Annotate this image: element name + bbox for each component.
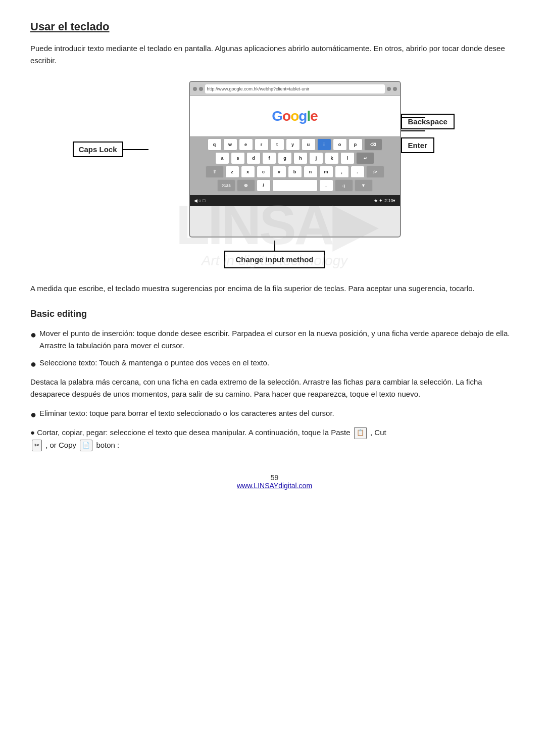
change-input-connector-line [274, 241, 275, 251]
key-x: x [241, 166, 255, 178]
keyboard-row-4: ?123 ⊕ / . :) ▼ [192, 179, 398, 192]
key-emoji: ⊕ [237, 179, 255, 192]
enter-label-box: Enter [401, 137, 434, 153]
key-period2: . [319, 179, 333, 192]
change-input-wrapper: Change input method [224, 241, 324, 268]
key-k: k [325, 152, 339, 164]
footer-url[interactable]: www.LINSAYdigital.com [237, 482, 312, 490]
intro-text: Puede introducir texto mediante el tecla… [30, 42, 519, 67]
basic-editing-title: Basic editing [30, 309, 519, 319]
key-l: l [340, 152, 355, 164]
cortar-text-after: boton : [96, 441, 119, 449]
cortar-text-before: ● Cortar, copiar, pegar: seleccione el t… [30, 428, 351, 437]
google-logo: Google [272, 108, 317, 124]
copy-icon: 📄 [80, 440, 92, 451]
cut-icon: ✂ [32, 440, 42, 451]
key-f: f [262, 152, 276, 164]
key-u: u [302, 138, 316, 151]
browser-dot-2 [199, 87, 203, 91]
key-shift-right: :> [366, 166, 384, 178]
change-input-box: Change input method [224, 251, 324, 268]
status-left: ◀ ○ □ [194, 198, 206, 203]
suggestion-text: A medida que escribe, el teclado muestra… [30, 282, 519, 295]
browser-url: http://www.google.com.hk/webhp?client=ta… [205, 84, 385, 93]
key-s: s [231, 152, 245, 164]
bullet-text-2: Seleccione texto: Touch & mantenga o pun… [39, 357, 519, 369]
browser-dot-4 [393, 87, 397, 91]
backspace-label-row: Backspace [401, 114, 482, 129]
status-bar: ◀ ○ □ ★ ✦ 2:10▾ [190, 195, 400, 206]
key-b: b [288, 166, 302, 178]
cortar-paragraph: ● Cortar, copiar, pegar: seleccione el t… [30, 427, 519, 458]
key-shift-left: ⇧ [206, 166, 224, 178]
bullet-item-1: ● Mover el punto de inserción: toque don… [30, 327, 519, 352]
key-comma: , [335, 166, 349, 178]
bullet-dot-3: ● [30, 407, 36, 421]
bullet-text-3: Eliminar texto: toque para borrar el tex… [39, 407, 519, 419]
key-g: g [278, 152, 292, 164]
key-h: h [293, 152, 308, 164]
status-right: ★ ✦ 2:10▾ [374, 198, 396, 203]
key-space [272, 179, 318, 192]
key-y: y [286, 138, 300, 151]
paste-icon: 📋 [354, 427, 367, 439]
keyboard-row-3: ⇧ z x c v b n m , . :> [192, 166, 398, 178]
browser-dot-1 [193, 87, 197, 91]
key-dot: . [351, 166, 365, 178]
enter-label-row: Enter [401, 137, 482, 153]
bullet-dot-1: ● [30, 327, 36, 342]
key-v: v [272, 166, 286, 178]
bullet-dot-2: ● [30, 357, 36, 371]
browser-dot-3 [387, 87, 391, 91]
cortar-text: ● Cortar, copiar, pegar: seleccione el t… [30, 427, 386, 451]
keyboard-row-1: q w e r t y u i o p ⌫ [192, 138, 398, 151]
key-t: t [270, 138, 284, 151]
key-j: j [309, 152, 323, 164]
cortar-text-cut: , Cut [370, 428, 386, 437]
key-slash: / [257, 179, 271, 192]
key-m: m [319, 166, 333, 178]
key-enter: ↵ [356, 152, 374, 164]
page-content-area: Google [190, 96, 400, 136]
key-z: z [225, 166, 239, 178]
key-down: ▼ [355, 179, 373, 192]
key-e: e [239, 138, 253, 151]
keyboard-diagram: Caps Lock http://www.google.com.hk/webhp… [30, 81, 519, 268]
bullet-item-2: ● Seleccione texto: Touch & mantenga o p… [30, 357, 519, 371]
key-q: q [208, 138, 222, 151]
key-a: a [215, 152, 229, 164]
caps-lock-box: Caps Lock [73, 141, 123, 157]
key-o: o [333, 138, 347, 151]
cortar-text-copy: , or Copy [45, 441, 76, 449]
key-n: n [304, 166, 318, 178]
backspace-label-box: Backspace [401, 114, 455, 129]
tablet-screenshot: http://www.google.com.hk/webhp?client=ta… [189, 81, 401, 238]
key-123: ?123 [217, 179, 235, 192]
key-i: i [317, 138, 331, 151]
keyboard-row-2: a s d f g h j k l ↵ [192, 152, 398, 164]
footer: 59 www.LINSAYdigital.com [30, 474, 519, 490]
page-title: Usar el teclado [30, 20, 519, 33]
key-r: r [255, 138, 269, 151]
key-c: c [257, 166, 271, 178]
caps-lock-connector [123, 149, 148, 150]
enter-connector-line [401, 130, 425, 131]
bullet-item-3: ● Eliminar texto: toque para borrar el t… [30, 407, 519, 421]
footer-page-number: 59 [30, 474, 519, 482]
tablet-screenshot-container: http://www.google.com.hk/webhp?client=ta… [148, 81, 401, 238]
key-smiley: :) [335, 179, 353, 192]
caps-lock-label-area: Caps Lock [68, 81, 148, 157]
key-d: d [246, 152, 261, 164]
browser-bar: http://www.google.com.hk/webhp?client=ta… [190, 82, 400, 96]
key-p: p [348, 138, 363, 151]
keyboard-area: q w e r t y u i o p ⌫ a [190, 136, 400, 195]
destaca-text: Destaca la palabra más cercana, con una … [30, 376, 519, 400]
key-backspace: ⌫ [364, 138, 382, 151]
bullet-text-1: Mover el punto de inserción: toque donde… [39, 327, 519, 352]
backspace-connector-line [401, 117, 425, 118]
key-w: w [223, 138, 237, 151]
